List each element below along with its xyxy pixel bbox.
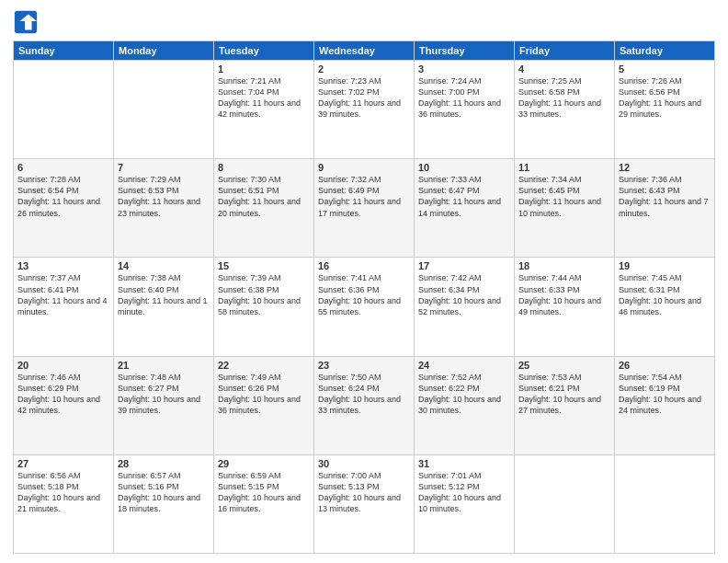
day-number: 17 — [418, 260, 510, 271]
day-content: Sunrise: 7:26 AM Sunset: 6:56 PM Dayligh… — [619, 75, 711, 121]
day-cell-13: 13Sunrise: 7:37 AM Sunset: 6:41 PM Dayli… — [14, 258, 114, 356]
day-number: 28 — [118, 458, 210, 469]
day-cell-25: 25Sunrise: 7:53 AM Sunset: 6:21 PM Dayli… — [515, 356, 615, 454]
day-number: 21 — [118, 360, 210, 371]
day-content: Sunrise: 7:01 AM Sunset: 5:12 PM Dayligh… — [418, 470, 510, 515]
day-number: 31 — [418, 458, 510, 469]
day-cell-1: 1Sunrise: 7:21 AM Sunset: 7:04 PM Daylig… — [214, 61, 314, 159]
day-cell-30: 30Sunrise: 7:00 AM Sunset: 5:13 PM Dayli… — [314, 454, 415, 553]
day-cell-21: 21Sunrise: 7:48 AM Sunset: 6:27 PM Dayli… — [114, 356, 214, 454]
day-cell-28: 28Sunrise: 6:57 AM Sunset: 5:16 PM Dayli… — [114, 454, 214, 553]
day-content: Sunrise: 7:42 AM Sunset: 6:34 PM Dayligh… — [418, 272, 510, 317]
day-cell-2: 2Sunrise: 7:23 AM Sunset: 7:02 PM Daylig… — [314, 61, 415, 159]
day-cell-10: 10Sunrise: 7:33 AM Sunset: 6:47 PM Dayli… — [415, 159, 515, 258]
day-content: Sunrise: 6:57 AM Sunset: 5:16 PM Dayligh… — [118, 470, 210, 515]
day-number: 20 — [17, 360, 109, 371]
calendar-page: SundayMondayTuesdayWednesdayThursdayFrid… — [0, 0, 728, 563]
day-content: Sunrise: 7:39 AM Sunset: 6:38 PM Dayligh… — [218, 272, 310, 317]
day-content: Sunrise: 6:56 AM Sunset: 5:18 PM Dayligh… — [17, 470, 109, 515]
day-number: 26 — [619, 360, 711, 371]
day-content: Sunrise: 7:28 AM Sunset: 6:54 PM Dayligh… — [17, 174, 109, 219]
day-number: 24 — [418, 360, 510, 371]
day-content: Sunrise: 7:48 AM Sunset: 6:27 PM Dayligh… — [118, 372, 210, 417]
day-cell-5: 5Sunrise: 7:26 AM Sunset: 6:56 PM Daylig… — [615, 61, 715, 159]
day-number: 25 — [518, 360, 610, 371]
day-number: 27 — [17, 458, 109, 469]
day-content: Sunrise: 7:29 AM Sunset: 6:53 PM Dayligh… — [118, 174, 210, 219]
day-cell-26: 26Sunrise: 7:54 AM Sunset: 6:19 PM Dayli… — [615, 356, 715, 454]
day-cell-3: 3Sunrise: 7:24 AM Sunset: 7:00 PM Daylig… — [415, 61, 515, 159]
day-content: Sunrise: 7:30 AM Sunset: 6:51 PM Dayligh… — [218, 174, 310, 219]
logo — [13, 9, 42, 35]
day-content: Sunrise: 7:53 AM Sunset: 6:21 PM Dayligh… — [518, 372, 610, 417]
day-number: 5 — [619, 63, 711, 75]
day-content: Sunrise: 7:50 AM Sunset: 6:24 PM Dayligh… — [318, 372, 410, 417]
day-cell-18: 18Sunrise: 7:44 AM Sunset: 6:33 PM Dayli… — [515, 258, 615, 356]
day-number: 2 — [318, 63, 410, 75]
day-cell-24: 24Sunrise: 7:52 AM Sunset: 6:22 PM Dayli… — [415, 356, 515, 454]
day-cell-29: 29Sunrise: 6:59 AM Sunset: 5:15 PM Dayli… — [214, 454, 314, 553]
day-content: Sunrise: 7:23 AM Sunset: 7:02 PM Dayligh… — [318, 75, 410, 121]
day-number: 6 — [17, 162, 109, 173]
day-header-thursday: Thursday — [415, 41, 515, 61]
day-cell-31: 31Sunrise: 7:01 AM Sunset: 5:12 PM Dayli… — [415, 454, 515, 553]
empty-cell — [14, 61, 114, 159]
day-header-friday: Friday — [515, 41, 615, 61]
day-number: 29 — [218, 458, 310, 469]
day-cell-4: 4Sunrise: 7:25 AM Sunset: 6:58 PM Daylig… — [515, 61, 615, 159]
day-number: 15 — [218, 260, 310, 271]
day-content: Sunrise: 7:41 AM Sunset: 6:36 PM Dayligh… — [318, 272, 410, 317]
day-number: 16 — [318, 260, 410, 271]
days-header-row: SundayMondayTuesdayWednesdayThursdayFrid… — [14, 41, 715, 61]
day-content: Sunrise: 7:52 AM Sunset: 6:22 PM Dayligh… — [418, 372, 510, 417]
day-content: Sunrise: 7:45 AM Sunset: 6:31 PM Dayligh… — [619, 272, 711, 317]
day-number: 13 — [17, 260, 109, 271]
day-header-wednesday: Wednesday — [314, 41, 415, 61]
day-number: 8 — [218, 162, 310, 173]
day-number: 4 — [518, 63, 610, 75]
day-content: Sunrise: 7:44 AM Sunset: 6:33 PM Dayligh… — [518, 272, 610, 317]
day-cell-22: 22Sunrise: 7:49 AM Sunset: 6:26 PM Dayli… — [214, 356, 314, 454]
day-number: 23 — [318, 360, 410, 371]
day-content: Sunrise: 7:36 AM Sunset: 6:43 PM Dayligh… — [619, 174, 711, 219]
day-header-saturday: Saturday — [615, 41, 715, 61]
day-content: Sunrise: 7:21 AM Sunset: 7:04 PM Dayligh… — [218, 75, 310, 121]
day-cell-15: 15Sunrise: 7:39 AM Sunset: 6:38 PM Dayli… — [214, 258, 314, 356]
day-cell-17: 17Sunrise: 7:42 AM Sunset: 6:34 PM Dayli… — [415, 258, 515, 356]
day-cell-12: 12Sunrise: 7:36 AM Sunset: 6:43 PM Dayli… — [615, 159, 715, 258]
day-number: 14 — [118, 260, 210, 271]
day-number: 19 — [619, 260, 711, 271]
day-content: Sunrise: 7:54 AM Sunset: 6:19 PM Dayligh… — [619, 372, 711, 417]
day-number: 18 — [518, 260, 610, 271]
day-content: Sunrise: 7:00 AM Sunset: 5:13 PM Dayligh… — [318, 470, 410, 515]
day-content: Sunrise: 6:59 AM Sunset: 5:15 PM Dayligh… — [218, 470, 310, 515]
day-content: Sunrise: 7:24 AM Sunset: 7:00 PM Dayligh… — [418, 75, 510, 121]
day-number: 3 — [418, 63, 510, 75]
day-cell-20: 20Sunrise: 7:46 AM Sunset: 6:29 PM Dayli… — [14, 356, 114, 454]
day-cell-23: 23Sunrise: 7:50 AM Sunset: 6:24 PM Dayli… — [314, 356, 415, 454]
day-content: Sunrise: 7:33 AM Sunset: 6:47 PM Dayligh… — [418, 174, 510, 219]
day-cell-8: 8Sunrise: 7:30 AM Sunset: 6:51 PM Daylig… — [214, 159, 314, 258]
day-content: Sunrise: 7:32 AM Sunset: 6:49 PM Dayligh… — [318, 174, 410, 219]
day-number: 22 — [218, 360, 310, 371]
day-cell-27: 27Sunrise: 6:56 AM Sunset: 5:18 PM Dayli… — [14, 454, 114, 553]
empty-cell — [615, 454, 715, 553]
day-number: 30 — [318, 458, 410, 469]
day-cell-14: 14Sunrise: 7:38 AM Sunset: 6:40 PM Dayli… — [114, 258, 214, 356]
day-header-sunday: Sunday — [14, 41, 114, 61]
week-row-1: 1Sunrise: 7:21 AM Sunset: 7:04 PM Daylig… — [14, 61, 715, 159]
day-number: 7 — [118, 162, 210, 173]
day-content: Sunrise: 7:37 AM Sunset: 6:41 PM Dayligh… — [17, 272, 109, 317]
logo-icon — [13, 9, 39, 35]
week-row-5: 27Sunrise: 6:56 AM Sunset: 5:18 PM Dayli… — [14, 454, 715, 553]
day-number: 11 — [518, 162, 610, 173]
day-content: Sunrise: 7:46 AM Sunset: 6:29 PM Dayligh… — [17, 372, 109, 417]
week-row-3: 13Sunrise: 7:37 AM Sunset: 6:41 PM Dayli… — [14, 258, 715, 356]
day-cell-16: 16Sunrise: 7:41 AM Sunset: 6:36 PM Dayli… — [314, 258, 415, 356]
day-header-tuesday: Tuesday — [214, 41, 314, 61]
day-number: 12 — [619, 162, 711, 173]
empty-cell — [114, 61, 214, 159]
day-cell-19: 19Sunrise: 7:45 AM Sunset: 6:31 PM Dayli… — [615, 258, 715, 356]
empty-cell — [515, 454, 615, 553]
day-content: Sunrise: 7:34 AM Sunset: 6:45 PM Dayligh… — [518, 174, 610, 219]
